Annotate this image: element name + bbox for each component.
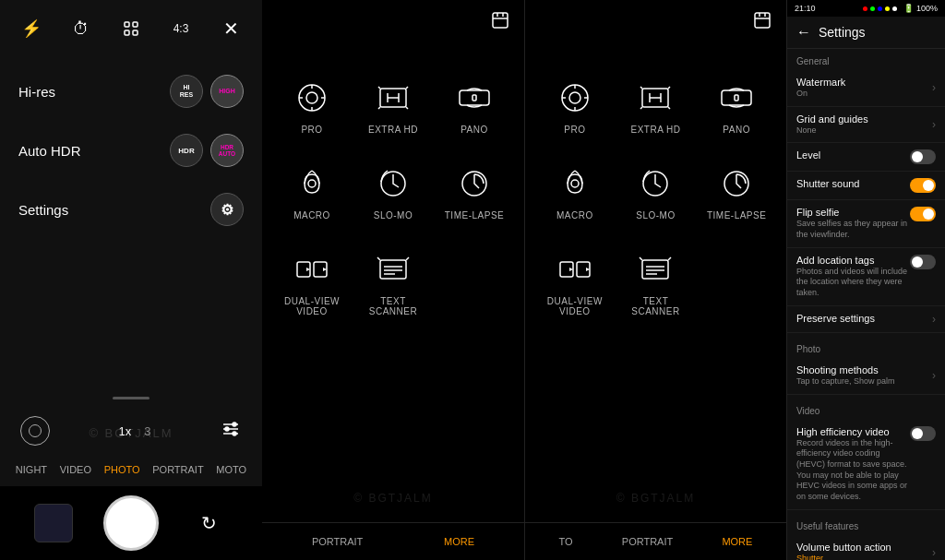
- aspect-ratio-icon[interactable]: 4:3: [166, 14, 196, 43]
- pro-label: PRO: [301, 125, 322, 135]
- mode3-pano[interactable]: PANO: [696, 64, 777, 149]
- shutter-button[interactable]: [103, 495, 159, 551]
- panel3-portrait-tab[interactable]: PORTRAIT: [616, 532, 678, 551]
- svg-rect-50: [642, 260, 668, 279]
- mode3-textscanner[interactable]: TEXT SCANNER: [616, 235, 697, 331]
- textscanner-label: TEXT SCANNER: [369, 296, 417, 316]
- svg-rect-1: [133, 22, 138, 27]
- mode3-dualview[interactable]: DUAL-VIEW VIDEO: [534, 235, 616, 331]
- autohdr-label: Auto HDR: [18, 143, 81, 159]
- watermark-sub: On: [796, 89, 845, 100]
- status-bar: 21:10 🔋 100%: [787, 0, 945, 17]
- hires-menu-item[interactable]: Hi-res HIRES HIGH: [0, 62, 262, 121]
- level-row[interactable]: Level: [787, 143, 945, 172]
- shutter-sound-row[interactable]: Shutter sound: [787, 172, 945, 200]
- timelapse-icon: [455, 164, 494, 203]
- svg-rect-27: [380, 260, 406, 279]
- volume-action-arrow: ›: [932, 546, 936, 559]
- general-section-label: General: [787, 49, 945, 70]
- flip-selfie-row[interactable]: Flip selfie Save selfies as they appear …: [787, 200, 945, 247]
- mode-dualview[interactable]: DUAL-VIEW VIDEO: [271, 235, 353, 331]
- mode3-extrahd[interactable]: EXTRA HD: [616, 64, 697, 149]
- status-icons: 🔋 100%: [863, 4, 938, 13]
- panel3-bottom-modes: TO PORTRAIT MORE: [525, 522, 786, 560]
- hevc-row[interactable]: High efficiency video Record videos in t…: [787, 420, 945, 510]
- mode-textscanner[interactable]: TEXT SCANNER: [353, 235, 434, 331]
- mode3-slomo[interactable]: SLO-MO: [616, 149, 697, 235]
- shooting-methods-info: Shooting methods Tap to capture, Show pa…: [796, 364, 895, 387]
- mode3-pro[interactable]: PRO: [534, 64, 616, 149]
- thumbnail[interactable]: [34, 504, 73, 542]
- mode3-macro[interactable]: MACRO: [534, 149, 616, 235]
- focus-ring-icon[interactable]: [20, 416, 50, 446]
- grid-guides-row[interactable]: Grid and guides None ›: [787, 107, 945, 144]
- shutter-sound-toggle[interactable]: [910, 178, 936, 193]
- settings-menu-item[interactable]: Settings ⚙: [0, 180, 262, 239]
- dualview3-label: DUAL-VIEW VIDEO: [547, 296, 603, 316]
- mode-pano[interactable]: PANO: [434, 64, 515, 149]
- svg-point-11: [299, 85, 325, 111]
- status-dot-4: [885, 6, 890, 11]
- autohdr-icon-group: HDR HDRAUTO: [170, 134, 244, 167]
- mode-tab-portrait[interactable]: PORTRAIT: [147, 460, 209, 479]
- preserve-settings-row[interactable]: Preserve settings ›: [787, 306, 945, 333]
- svg-rect-33: [755, 13, 770, 28]
- shooting-methods-title: Shooting methods: [796, 364, 895, 375]
- svg-rect-3: [133, 30, 138, 35]
- settings-quick-icon[interactable]: [220, 418, 242, 445]
- panel2-more-tab[interactable]: MORE: [438, 532, 480, 551]
- mode-timelapse[interactable]: TIME-LAPSE: [434, 149, 515, 235]
- shooting-methods-row[interactable]: Shooting methods Tap to capture, Show pa…: [787, 358, 945, 395]
- flip-selfie-toggle[interactable]: [910, 207, 936, 221]
- timer-icon[interactable]: ⏱: [66, 14, 96, 43]
- location-tags-toggle[interactable]: [910, 255, 936, 269]
- camera-quick-settings-panel: ⚡ ⏱ 4:3 ✕ Hi-res HIRES HIGH: [0, 0, 262, 560]
- battery-level: 100%: [916, 4, 938, 13]
- preserve-settings-title: Preserve settings: [796, 313, 875, 324]
- svg-point-9: [233, 432, 236, 435]
- macro3-icon: [556, 164, 594, 203]
- grid-guides-title: Grid and guides: [796, 113, 868, 125]
- panel2-expand-icon[interactable]: [491, 11, 509, 34]
- svg-rect-2: [125, 30, 129, 35]
- svg-point-12: [306, 92, 317, 103]
- hdr-icon-2: HDRAUTO: [210, 134, 244, 167]
- mode-extrahd[interactable]: EXTRA HD: [353, 64, 434, 149]
- pro3-label: PRO: [564, 125, 585, 135]
- back-button[interactable]: ←: [796, 24, 811, 41]
- focus-icon[interactable]: [116, 14, 146, 43]
- panel2-top: [262, 0, 524, 45]
- level-title: Level: [796, 149, 820, 161]
- panel2-portrait-tab[interactable]: PORTRAIT: [306, 532, 368, 551]
- mode-tab-night[interactable]: NIGHT: [10, 460, 53, 479]
- hires-icon-1: HIRES: [170, 75, 203, 108]
- pano-label: PANO: [461, 125, 488, 135]
- autohdr-menu-item[interactable]: Auto HDR HDR HDRAUTO: [0, 121, 262, 180]
- panel3-to-tab[interactable]: TO: [554, 532, 579, 551]
- panel3-expand-icon[interactable]: [753, 11, 772, 34]
- settings-icon: ⚙: [210, 193, 244, 226]
- mode-tab-moto[interactable]: MOTO: [210, 460, 252, 479]
- mode-slomo[interactable]: SLO-MO: [353, 149, 434, 235]
- panel3-more-tab[interactable]: MORE: [716, 532, 758, 551]
- mode-pro[interactable]: PRO: [271, 64, 353, 149]
- flip-camera-icon[interactable]: ↻: [189, 504, 228, 542]
- close-icon[interactable]: ✕: [216, 14, 245, 43]
- mode-tab-photo[interactable]: PHOTO: [99, 460, 146, 479]
- useful-features-section: Useful features Volume button action Shu…: [787, 514, 945, 560]
- mode3-timelapse[interactable]: TIME-LAPSE: [696, 149, 777, 235]
- mode-macro[interactable]: MACRO: [271, 149, 353, 235]
- grid-guides-info: Grid and guides None: [796, 113, 868, 137]
- pro3-icon: [556, 78, 594, 117]
- hevc-toggle[interactable]: [910, 426, 936, 441]
- flash-icon[interactable]: ⚡: [17, 14, 46, 43]
- level-toggle[interactable]: [910, 149, 936, 164]
- mode-tab-video[interactable]: VIDEO: [54, 460, 97, 479]
- flip-selfie-info: Flip selfie Save selfies as they appear …: [796, 207, 910, 240]
- location-tags-row[interactable]: Add location tags Photos and videos will…: [787, 248, 945, 306]
- volume-action-row[interactable]: Volume button action Shutter ›: [787, 535, 945, 560]
- svg-point-35: [569, 92, 580, 103]
- location-tags-sub: Photos and videos will include the locat…: [796, 267, 910, 299]
- mode-grid-2: PRO EXTRA HD PANO: [262, 45, 524, 522]
- watermark-row[interactable]: Watermark On ›: [787, 70, 945, 107]
